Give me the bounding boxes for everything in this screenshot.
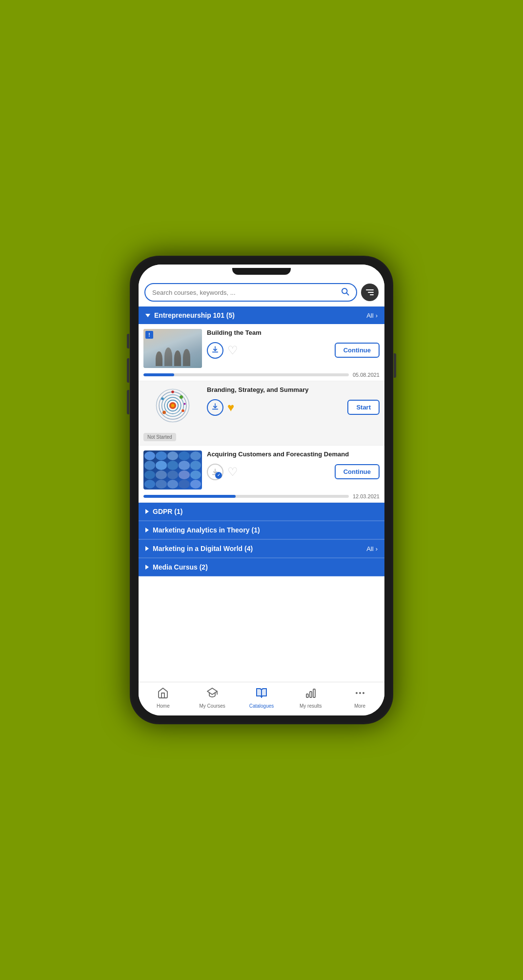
person-cell — [179, 461, 189, 470]
person-cell — [167, 461, 178, 470]
nav-label-my-courses: My Courses — [200, 703, 225, 709]
svg-point-13 — [162, 411, 166, 414]
progress-bar-fill-acquiring — [143, 495, 236, 498]
search-input[interactable] — [152, 289, 338, 296]
svg-point-12 — [181, 409, 184, 412]
not-started-badge: Not Started — [143, 433, 176, 441]
person-cell — [144, 470, 155, 479]
phone-frame: Entrepreneurship 101 (5) All › — [130, 256, 393, 724]
chevron-down-icon — [145, 314, 150, 317]
course-card-body-branding: Branding, Strategy, and Summary — [143, 386, 380, 425]
bottom-nav: Home My Courses — [139, 682, 384, 715]
person-cell — [167, 480, 178, 489]
download-icon-branding — [211, 403, 219, 412]
screen: Entrepreneurship 101 (5) All › — [139, 265, 384, 715]
section-marketing-digital[interactable]: Marketing in a Digital World (4) All › — [139, 540, 384, 558]
continue-button-acquiring[interactable]: Continue — [335, 464, 380, 479]
course-info-branding: Branding, Strategy, and Summary — [207, 386, 380, 425]
nav-item-more[interactable]: More — [335, 685, 384, 711]
section-media-cursus[interactable]: Media Cursus (2) — [139, 558, 384, 576]
course-card-building-team: ! Building the Team — [139, 324, 384, 381]
course-card-acquiring: Acquiring Customers and Forecasting Dema… — [139, 446, 384, 503]
svg-point-25 — [362, 692, 364, 694]
favorite-icon-building-team[interactable]: ♡ — [227, 344, 238, 357]
nav-label-home: Home — [157, 703, 170, 709]
nav-label-catalogues: Catalogues — [249, 703, 274, 709]
svg-point-23 — [356, 692, 358, 694]
course-thumbnail-acquiring — [143, 450, 202, 490]
section-gdpr[interactable]: GDPR (1) — [139, 503, 384, 521]
progress-area-building-team: 05.08.2021 — [143, 372, 380, 378]
course-actions-acquiring: ✓ ♡ Continue — [207, 464, 380, 480]
section-title-marketing-analytics: Marketing Analytics in Theory (1) — [145, 526, 260, 534]
people-grid — [143, 450, 202, 490]
svg-marker-18 — [207, 688, 217, 694]
team-silhouettes — [156, 347, 190, 366]
person-cell — [179, 470, 189, 479]
person-cell — [144, 461, 155, 470]
section-marketing-analytics[interactable]: Marketing Analytics in Theory (1) — [139, 521, 384, 540]
course-thumbnail-branding — [143, 386, 202, 425]
dots-icon — [354, 687, 366, 702]
power-button — [394, 353, 396, 378]
person-cell — [190, 480, 201, 489]
section-title-entrepreneurship: Entrepreneurship 101 (5) — [145, 311, 235, 319]
bullseye-icon — [156, 388, 190, 423]
section-header-marketing-analytics[interactable]: Marketing Analytics in Theory (1) — [139, 521, 384, 539]
person-cell — [190, 470, 201, 479]
continue-button-building-team[interactable]: Continue — [335, 343, 380, 358]
nav-item-catalogues[interactable]: Catalogues — [237, 685, 286, 711]
chevron-right-icon-analytics — [145, 528, 149, 532]
nav-item-my-courses[interactable]: My Courses — [188, 685, 237, 711]
section-header-entrepreneurship[interactable]: Entrepreneurship 101 (5) All › — [139, 306, 384, 324]
person-cell — [167, 470, 178, 479]
person-cell — [190, 451, 201, 460]
section-all-entrepreneurship[interactable]: All › — [366, 312, 378, 319]
main-scroll-area[interactable]: Entrepreneurship 101 (5) All › — [139, 306, 384, 682]
nav-item-my-results[interactable]: My results — [286, 685, 335, 711]
search-box[interactable] — [144, 283, 357, 302]
start-button-branding[interactable]: Start — [347, 400, 380, 415]
progress-bar-fill — [143, 373, 174, 376]
svg-point-24 — [359, 692, 361, 694]
download-button-branding[interactable] — [207, 399, 223, 416]
chevron-right-icon-gdpr — [145, 509, 149, 514]
screen-content: Entrepreneurship 101 (5) All › — [139, 278, 384, 715]
chart-icon — [305, 687, 317, 702]
course-title-branding: Branding, Strategy, and Summary — [207, 386, 380, 394]
progress-date-building-team: 05.08.2021 — [353, 372, 380, 378]
progress-date-acquiring: 12.03.2021 — [353, 493, 380, 499]
volume-down-button — [127, 390, 129, 414]
section-title-gdpr: GDPR (1) — [145, 508, 182, 515]
course-card-body-acquiring: Acquiring Customers and Forecasting Dema… — [143, 450, 380, 490]
not-started-area: Not Started — [143, 429, 380, 442]
svg-point-15 — [183, 403, 185, 405]
volume-up-button — [127, 358, 129, 383]
favorite-icon-branding[interactable]: ♥ — [227, 401, 234, 414]
course-title-acquiring: Acquiring Customers and Forecasting Dema… — [207, 450, 380, 459]
status-bar — [139, 265, 384, 278]
filter-button[interactable] — [361, 284, 379, 301]
section-all-digital[interactable]: All › — [366, 545, 378, 552]
svg-point-10 — [161, 397, 164, 400]
section-header-media-cursus[interactable]: Media Cursus (2) — [139, 558, 384, 576]
svg-point-11 — [180, 395, 183, 399]
course-thumbnail-building-team: ! — [143, 329, 202, 368]
progress-area-acquiring: 12.03.2021 — [143, 493, 380, 499]
download-button-building-team[interactable] — [207, 342, 223, 359]
graduation-icon — [206, 687, 218, 702]
download-button-acquiring[interactable]: ✓ — [207, 464, 223, 480]
person-cell — [144, 451, 155, 460]
svg-point-9 — [171, 404, 175, 408]
course-info-acquiring: Acquiring Customers and Forecasting Dema… — [207, 450, 380, 490]
section-header-marketing-digital[interactable]: Marketing in a Digital World (4) All › — [139, 540, 384, 558]
course-actions-branding: ♥ Start — [207, 399, 380, 416]
section-header-gdpr[interactable]: GDPR (1) — [139, 503, 384, 521]
mute-button — [127, 334, 129, 348]
nav-item-home[interactable]: Home — [139, 685, 188, 711]
favorite-icon-acquiring[interactable]: ♡ — [227, 465, 238, 479]
search-icon — [341, 287, 349, 298]
progress-bar-bg — [143, 373, 349, 376]
section-title-marketing-digital: Marketing in a Digital World (4) — [145, 545, 253, 552]
course-info-building-team: Building the Team ♡ — [207, 329, 380, 368]
